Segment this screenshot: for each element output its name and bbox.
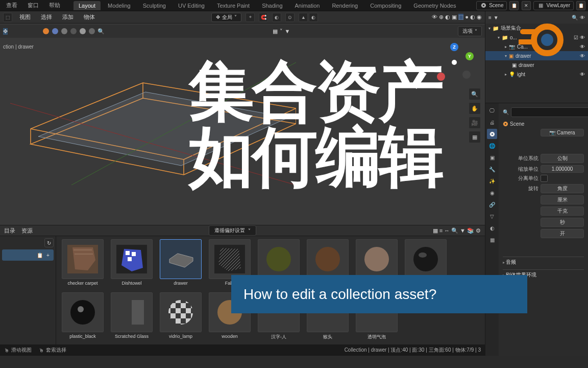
shader-ball-1[interactable] <box>43 28 49 34</box>
length-field[interactable]: 厘米 <box>541 195 584 204</box>
asset-item[interactable] <box>255 239 302 290</box>
ab-lib-icon[interactable]: 📚 <box>467 227 474 234</box>
asset-item[interactable]: 猴头 <box>304 292 351 343</box>
separate-checkbox[interactable] <box>541 175 548 182</box>
axis-x[interactable] <box>437 73 445 81</box>
shader-ball-4[interactable] <box>70 28 77 34</box>
magnet-icon[interactable]: 🧲 <box>259 13 268 22</box>
pan-icon[interactable]: ✋ <box>469 102 481 114</box>
menu-view[interactable]: 查看 <box>2 1 21 10</box>
ab-preset-dropdown[interactable]: 遵循偏好设置 ˅ <box>209 225 256 236</box>
visibility-icon[interactable]: 👁 <box>432 14 437 20</box>
mass-field[interactable]: 千克 <box>541 206 584 216</box>
tab-modeling[interactable]: Modeling <box>103 1 136 10</box>
camera-field[interactable]: 📷 Camera <box>541 129 584 136</box>
shader-ball-3[interactable] <box>61 28 67 34</box>
tab-texture[interactable]: Texture Paint <box>212 1 255 10</box>
ab-gear-icon[interactable]: ⚙ <box>476 227 481 234</box>
asset-item[interactable]: 汉字-人 <box>255 292 302 343</box>
asset-category-slot[interactable]: 📋 + <box>2 249 54 261</box>
ab-asset[interactable]: 资源 <box>21 227 33 235</box>
tab-compositing[interactable]: Compositing <box>365 1 406 10</box>
new-layer-icon[interactable]: 📋 <box>576 1 585 10</box>
orientation-selector[interactable]: ✥ 全局 ˅ <box>211 13 241 22</box>
wireframe-mode-icon[interactable]: ⬚ <box>458 14 463 20</box>
axis-neg[interactable] <box>462 71 471 79</box>
solid-mode-icon[interactable]: ● <box>465 14 469 20</box>
asset-item[interactable]: Scratched Glass <box>108 292 155 343</box>
tab-rendering[interactable]: Rendering <box>327 1 363 10</box>
object-menu[interactable]: 物体 <box>81 12 98 22</box>
refresh-icon[interactable]: ↻ <box>44 238 54 247</box>
outliner-row[interactable]: ▾📁 场景集合 <box>485 24 588 33</box>
prop-tab-modifier[interactable]: 🔧 <box>487 164 497 174</box>
axis-y[interactable]: Y <box>465 52 474 60</box>
outliner-row-selected[interactable]: ▾▣ drawer👁 <box>485 51 588 60</box>
cursor-tool-icon[interactable]: ✥ <box>3 28 8 35</box>
delete-scene-icon[interactable]: ✕ <box>522 1 531 10</box>
camera-icon[interactable]: 🎥 <box>469 117 481 129</box>
options-dropdown[interactable]: 选项 ˅ <box>458 26 482 36</box>
outliner-type-icon[interactable]: ≡ <box>488 15 492 20</box>
matprev-mode-icon[interactable]: ◐ <box>470 14 475 20</box>
grid-view-icon[interactable]: ▦ <box>433 227 438 234</box>
shader-ball-5[interactable] <box>80 28 86 34</box>
axis-z[interactable]: Z <box>450 43 458 51</box>
ab-catalog[interactable]: 目录 <box>4 227 15 235</box>
asset-item[interactable] <box>304 239 351 290</box>
audio-section[interactable]: 音频 <box>503 257 584 267</box>
editor-type-icon[interactable]: ⬚ <box>3 13 12 22</box>
persp-icon[interactable]: ▦ <box>469 131 481 143</box>
asset-item[interactable]: Fabr <box>206 239 253 290</box>
tab-uv[interactable]: UV Editing <box>173 1 210 10</box>
plus-icon[interactable]: + <box>44 251 52 259</box>
menu-help[interactable]: 帮助 <box>45 1 64 10</box>
prop-tab-physics[interactable]: ◉ <box>487 188 497 198</box>
render-mode-icon[interactable]: ◉ <box>477 14 482 20</box>
shader-ball-6[interactable] <box>89 28 95 34</box>
gizmo-toggle-icon[interactable]: ⊕ <box>439 14 444 20</box>
pivot-icon[interactable]: ⊙ <box>285 13 295 22</box>
prop-tab-material[interactable]: ◐ <box>487 223 497 233</box>
ab-search-icon[interactable]: 🔍 <box>451 227 458 234</box>
copy-icon[interactable]: 📋 <box>36 251 43 259</box>
filter-icon[interactable]: ▦ <box>273 28 278 35</box>
asset-item[interactable]: Dishtowel <box>108 239 155 290</box>
prop-tab-scene[interactable]: 🞉 <box>487 129 497 139</box>
shader-ball-2[interactable] <box>52 28 58 34</box>
prop-tab-constraint[interactable]: 🔗 <box>487 199 497 210</box>
new-scene-icon[interactable]: 📋 <box>509 1 519 10</box>
proportional-icon[interactable]: ◐ <box>272 13 281 22</box>
asset-item[interactable]: checker carpet <box>59 239 106 290</box>
overlay-icon[interactable]: ◐ <box>445 14 450 20</box>
list-view-icon[interactable]: ≡ <box>439 227 443 234</box>
outliner-row[interactable]: ▾📁 o...☑ 👁 <box>485 33 588 42</box>
funnel-icon[interactable]: ▼ <box>285 28 290 34</box>
snap-icon[interactable]: ⌖ <box>246 13 255 22</box>
tab-sculpting[interactable]: Sculpting <box>138 1 171 10</box>
prop-tab-render[interactable]: 🖵 <box>487 105 497 116</box>
outliner-row[interactable]: ▣ drawer <box>485 60 588 70</box>
scene-selector[interactable]: 🞉Scene <box>476 1 507 10</box>
prop-tab-output[interactable]: 🖨 <box>487 117 497 127</box>
asset-item[interactable]: vidrio_lamp <box>157 292 204 343</box>
outliner-row[interactable]: ▸💡 ight👁 <box>485 70 588 79</box>
outliner-filter-icon[interactable]: ▼ <box>494 15 499 20</box>
viewlayer-selector[interactable]: ▦ViewLayer <box>533 1 574 10</box>
asset-item[interactable]: wooden <box>206 292 253 343</box>
prop-tab-world[interactable]: 🌐 <box>487 141 497 151</box>
shade2-icon[interactable]: ◐ <box>309 13 318 22</box>
add-menu[interactable]: 添加 <box>59 12 77 22</box>
shade-icon[interactable]: ▲ <box>299 13 308 22</box>
outliner-search-icon[interactable]: 🔍 <box>572 15 578 20</box>
prop-tab-texture[interactable]: ▦ <box>487 235 497 245</box>
dropdown-icon[interactable]: ˅ <box>280 28 283 35</box>
select-menu[interactable]: 选择 <box>38 12 55 22</box>
asset-item[interactable]: 透明气泡 <box>353 292 400 343</box>
time-field[interactable]: 秒 <box>541 218 584 227</box>
zoom-icon[interactable]: 🔍 <box>469 88 481 100</box>
search-icon[interactable]: 🔍 <box>97 28 105 35</box>
asset-item[interactable] <box>353 239 400 290</box>
tab-shading[interactable]: Shading <box>257 1 287 10</box>
search-icon[interactable]: 🔍 <box>503 109 509 115</box>
